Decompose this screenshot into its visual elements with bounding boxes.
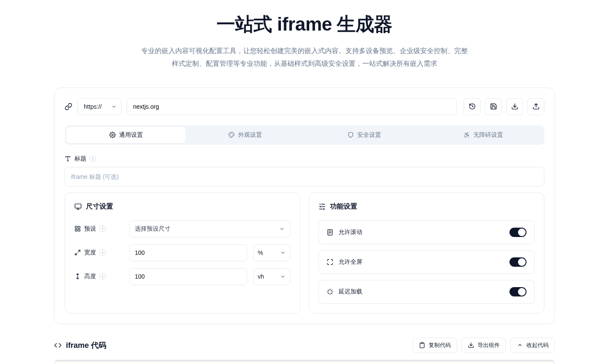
history-icon xyxy=(469,103,476,110)
scroll-toggle-row: 允许滚动 xyxy=(319,220,535,244)
tab-security[interactable]: 安全设置 xyxy=(304,127,424,143)
svg-point-3 xyxy=(232,133,232,134)
svg-point-5 xyxy=(231,134,231,134)
palette-icon xyxy=(228,132,235,138)
upload-icon xyxy=(532,103,540,110)
copy-code-button[interactable]: 复制代码 xyxy=(413,338,457,353)
code-section: iframe 代码 复制代码 导出组件 收起代码 1<iframe 2 sr xyxy=(54,338,555,364)
tab-general-label: 通用设置 xyxy=(119,131,143,139)
svg-line-40 xyxy=(331,290,332,291)
history-button[interactable] xyxy=(464,98,481,115)
width-unit-select[interactable]: % xyxy=(253,244,290,261)
preset-label: 预设 xyxy=(84,225,96,233)
loader-icon xyxy=(327,288,333,295)
width-unit-value: % xyxy=(258,249,263,256)
info-icon[interactable]: i xyxy=(90,155,96,162)
type-icon xyxy=(65,155,71,162)
svg-point-2 xyxy=(111,134,113,136)
link-icon xyxy=(65,103,72,110)
scroll-label: 允许滚动 xyxy=(339,229,362,236)
width-label: 宽度 xyxy=(84,249,96,257)
scroll-toggle[interactable] xyxy=(509,228,526,237)
export-component-button[interactable]: 导出组件 xyxy=(461,338,506,353)
grid-icon xyxy=(74,226,81,232)
title-label: 标题 xyxy=(74,155,86,163)
preset-select[interactable]: 选择预设尺寸 xyxy=(129,220,290,237)
download-icon xyxy=(511,103,518,110)
tab-general[interactable]: 通用设置 xyxy=(66,127,185,143)
svg-line-39 xyxy=(328,293,329,294)
page-subtitle: 专业的嵌入内容可视化配置工具，让您轻松创建完美的嵌入式内容。支持多设备预览、企业… xyxy=(139,45,470,71)
height-label: 高度 xyxy=(84,273,96,280)
svg-rect-41 xyxy=(421,343,423,344)
height-unit-value: vh xyxy=(258,273,264,280)
monitor-icon xyxy=(74,203,82,210)
export-component-label: 导出组件 xyxy=(478,341,500,349)
collapse-code-label: 收起代码 xyxy=(526,341,549,349)
code-icon xyxy=(54,341,62,349)
accessibility-icon xyxy=(464,132,470,138)
scroll-icon xyxy=(327,229,333,236)
feature-panel-title: 功能设置 xyxy=(330,202,357,211)
svg-rect-10 xyxy=(75,204,81,208)
export-button[interactable] xyxy=(527,98,544,115)
url-input-wrapper xyxy=(127,98,457,115)
url-input[interactable] xyxy=(133,103,450,110)
chevron-down-icon xyxy=(279,226,285,232)
svg-rect-14 xyxy=(78,226,80,228)
fullscreen-toggle[interactable] xyxy=(509,257,526,267)
width-input[interactable] xyxy=(129,244,247,261)
code-section-title: iframe 代码 xyxy=(66,340,106,350)
chevron-down-icon xyxy=(111,104,117,110)
config-card: https:// xyxy=(54,87,555,324)
fullscreen-icon xyxy=(327,259,333,265)
height-icon xyxy=(74,273,81,279)
feature-panel: 功能设置 允许滚动 允许全屏 xyxy=(309,192,544,313)
svg-point-6 xyxy=(230,135,230,135)
code-output: 1<iframe 2 src="https://nextjs.org" widt… xyxy=(54,360,555,364)
svg-point-4 xyxy=(233,135,233,135)
lazy-label: 延迟加载 xyxy=(339,288,362,296)
import-button[interactable] xyxy=(506,98,523,115)
lazy-toggle-row: 延迟加载 xyxy=(319,280,535,304)
size-panel-title: 尺寸设置 xyxy=(86,202,113,211)
title-input[interactable] xyxy=(65,167,544,186)
svg-rect-13 xyxy=(75,226,77,228)
save-button[interactable] xyxy=(485,98,502,115)
clipboard-icon xyxy=(419,342,425,348)
size-panel: 尺寸设置 预设 i 选择预设尺寸 宽度 xyxy=(65,192,300,313)
preset-placeholder: 选择预设尺寸 xyxy=(135,225,171,233)
svg-point-7 xyxy=(467,133,468,133)
tab-appearance-label: 外观设置 xyxy=(238,131,262,139)
tab-accessibility[interactable]: 无障碍设置 xyxy=(424,127,543,143)
tab-accessibility-label: 无障碍设置 xyxy=(473,131,503,139)
chevron-up-icon xyxy=(517,342,523,348)
chevron-down-icon xyxy=(280,250,286,256)
copy-code-label: 复制代码 xyxy=(429,341,451,349)
tab-security-label: 安全设置 xyxy=(357,131,381,139)
sliders-icon xyxy=(319,203,326,210)
download-icon xyxy=(468,342,474,348)
width-icon xyxy=(74,249,81,256)
fullscreen-toggle-row: 允许全屏 xyxy=(319,250,535,274)
shield-icon xyxy=(347,132,354,138)
svg-rect-15 xyxy=(78,229,80,231)
info-icon[interactable]: i xyxy=(100,249,106,256)
page-title: 一站式 iframe 生成器 xyxy=(54,12,555,37)
lazy-toggle[interactable] xyxy=(509,287,526,296)
svg-rect-16 xyxy=(75,229,77,231)
collapse-code-button[interactable]: 收起代码 xyxy=(510,338,555,353)
info-icon[interactable]: i xyxy=(100,273,106,279)
info-icon[interactable]: i xyxy=(100,226,106,232)
title-field: 标题 i xyxy=(65,155,544,186)
protocol-select[interactable]: https:// xyxy=(77,98,122,115)
chevron-down-icon xyxy=(280,274,286,279)
gear-icon xyxy=(109,132,116,138)
svg-line-35 xyxy=(328,290,329,291)
tab-appearance[interactable]: 外观设置 xyxy=(185,127,304,143)
height-unit-select[interactable]: vh xyxy=(253,268,290,285)
save-icon xyxy=(490,103,497,110)
svg-line-36 xyxy=(331,293,332,294)
height-input[interactable] xyxy=(129,268,247,285)
settings-tabs: 通用设置 外观设置 安全设置 无障碍设置 xyxy=(65,125,544,145)
